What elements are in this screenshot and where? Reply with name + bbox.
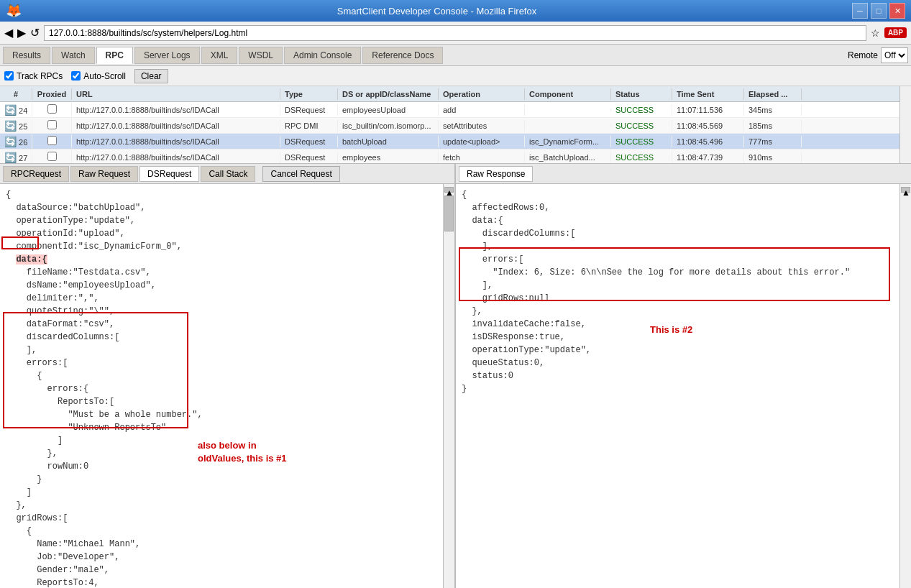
- reload-icon[interactable]: ↺: [30, 26, 40, 40]
- col-header-time: Time Sent: [672, 88, 744, 100]
- right-code-area: { affectedRows:0, data:{ discardedColumn…: [456, 184, 911, 588]
- right-scrollbar[interactable]: ▲ ▼: [899, 184, 911, 588]
- remote-section: Remote Off: [848, 47, 908, 63]
- col-header-op: Operation: [439, 88, 525, 100]
- scroll-up-btn[interactable]: ▲: [444, 187, 454, 193]
- subtab-rawrequest[interactable]: Raw Request: [70, 166, 138, 182]
- left-panel: RPCRequest Raw Request DSRequest Call St…: [0, 164, 456, 588]
- tab-server-logs[interactable]: Server Logs: [134, 47, 200, 64]
- forward-icon[interactable]: ▶: [17, 26, 26, 40]
- right-panel: Raw Response { affectedRows:0, data:{ di…: [456, 164, 911, 588]
- auto-scroll-checkbox[interactable]: Auto-Scroll: [71, 71, 126, 81]
- clear-button[interactable]: Clear: [134, 69, 168, 83]
- tab-wsdl[interactable]: WSDL: [239, 47, 283, 64]
- rpc-icon-27: 🔄: [4, 152, 17, 163]
- col-header-num: #: [0, 88, 32, 100]
- subtab-rpcrequest[interactable]: RPCRequest: [3, 166, 69, 182]
- rpc-icon-25: 🔄: [4, 120, 17, 132]
- col-header-comp: Component: [525, 88, 611, 100]
- annotation-2: This is #2: [650, 324, 692, 335]
- col-header-status: Status: [611, 88, 672, 100]
- table-row[interactable]: 🔄 26 http://127.0.0.1:8888/builtinds/sc/…: [0, 134, 911, 150]
- window-title: SmartClient Developer Console - Mozilla …: [22, 6, 852, 17]
- close-button[interactable]: ✕: [889, 3, 905, 19]
- annotation-1: also below inoldValues, this is #1: [198, 439, 287, 465]
- table-row[interactable]: 🔄 27 http://127.0.0.1:8888/builtinds/sc/…: [0, 150, 911, 164]
- table-scrollbar[interactable]: [899, 86, 911, 163]
- table-header: # Proxied URL Type DS or appID/className…: [0, 86, 911, 102]
- address-input[interactable]: [44, 25, 866, 41]
- tab-results[interactable]: Results: [3, 47, 50, 64]
- tab-admin-console[interactable]: Admin Console: [284, 47, 361, 64]
- col-header-proxied: Proxied: [32, 88, 72, 100]
- col-header-ds: DS or appID/className: [338, 88, 439, 100]
- abp-badge: ABP: [884, 27, 907, 38]
- track-rpcs-checkbox[interactable]: Track RPCs: [4, 71, 63, 81]
- scroll-up-btn-r[interactable]: ▲: [901, 187, 910, 193]
- window-controls: ─ □ ✕: [852, 3, 905, 19]
- tab-rpc[interactable]: RPC: [96, 47, 133, 64]
- cancel-request-button[interactable]: Cancel Request: [262, 166, 339, 182]
- main-tab-bar: Results Watch RPC Server Logs XML WSDL A…: [0, 45, 911, 66]
- scroll-thumb[interactable]: [444, 196, 454, 231]
- favorite-icon[interactable]: ☆: [871, 27, 880, 39]
- remote-select[interactable]: Off: [881, 47, 908, 63]
- left-scrollbar[interactable]: ▲ ▼: [443, 184, 454, 588]
- table-row[interactable]: 🔄 25 http://127.0.0.1:8888/builtinds/sc/…: [0, 118, 911, 134]
- firefox-icon: 🦊: [6, 3, 22, 19]
- title-bar: 🦊 SmartClient Developer Console - Mozill…: [0, 0, 911, 22]
- back-icon[interactable]: ◀: [4, 26, 13, 40]
- col-header-elapsed: Elapsed ...: [744, 88, 802, 100]
- col-header-type: Type: [280, 88, 338, 100]
- subtab-dsrequest[interactable]: DSRequest: [139, 166, 199, 182]
- subtab-callstack[interactable]: Call Stack: [201, 166, 255, 182]
- left-code-area: { dataSource:"batchUpload", operationTyp…: [0, 184, 454, 588]
- rpc-table: # Proxied URL Type DS or appID/className…: [0, 86, 911, 164]
- tab-xml[interactable]: XML: [201, 47, 238, 64]
- left-sub-tab-bar: RPCRequest Raw Request DSRequest Call St…: [0, 164, 454, 184]
- minimize-button[interactable]: ─: [852, 3, 868, 19]
- rpc-icon-26: 🔄: [4, 136, 17, 147]
- rpc-icon-24: 🔄: [4, 104, 17, 116]
- tab-watch[interactable]: Watch: [52, 47, 95, 64]
- maximize-button[interactable]: □: [871, 3, 887, 19]
- right-sub-tab-bar: Raw Response: [456, 164, 911, 184]
- remote-label: Remote: [848, 50, 878, 60]
- col-header-url: URL: [72, 88, 280, 100]
- toolbar: Track RPCs Auto-Scroll Clear: [0, 66, 911, 86]
- table-row[interactable]: 🔄 24 http://127.0.0.1:8888/builtinds/sc/…: [0, 102, 911, 118]
- subtab-raw-response[interactable]: Raw Response: [459, 166, 533, 182]
- tab-reference-docs[interactable]: Reference Docs: [362, 47, 443, 64]
- address-bar: ◀ ▶ ↺ ☆ ABP: [0, 22, 911, 45]
